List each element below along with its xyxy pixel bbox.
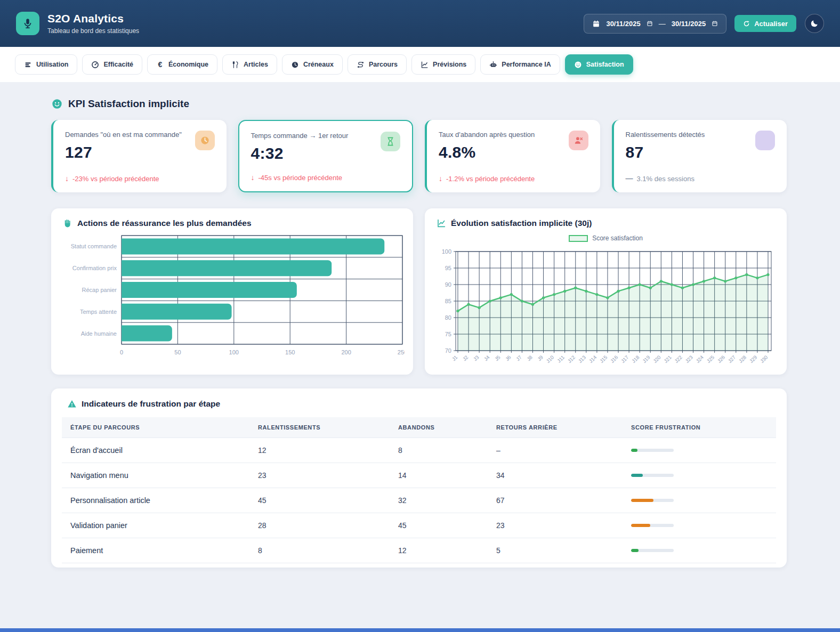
svg-text:J10: J10 (545, 354, 555, 364)
kpi-delta: ↓-45s vs période précédente (251, 173, 343, 182)
svg-text:75: 75 (445, 331, 451, 337)
bottom-edge-strip (0, 628, 840, 632)
clock-icon (195, 131, 215, 150)
refresh-label: Actualiser (754, 20, 788, 28)
table-row: Navigation menu 23 14 34 (62, 463, 776, 488)
gauge-icon (91, 61, 99, 69)
abandon-cell: 32 (390, 488, 488, 513)
step-cell: Navigation menu (62, 463, 249, 488)
svg-text:J3: J3 (472, 354, 480, 362)
date-range-picker[interactable]: 30/11/2025 — 30/11/2025 (584, 14, 726, 34)
app-subtitle: Tableau de bord des statistiques (47, 27, 139, 35)
tab-performance-ia[interactable]: Performance IA (480, 54, 560, 75)
svg-text:J29: J29 (748, 354, 758, 364)
svg-text:J6: J6 (504, 354, 512, 362)
abandon-cell: 8 (390, 438, 488, 463)
date-from-input[interactable]: 30/11/2025 (606, 20, 640, 28)
col-etape: ÉTAPE DU PARCOURS (62, 417, 249, 438)
warning-icon (67, 399, 77, 409)
chart-title: Actions de réassurance les plus demandée… (77, 218, 252, 228)
abandon-cell: 12 (390, 538, 488, 563)
chart-line-icon (421, 61, 429, 69)
col-score: SCORE FRUSTRATION (623, 417, 776, 438)
section-header: KPI Satisfaction implicite (51, 98, 787, 110)
svg-text:J9: J9 (536, 354, 544, 362)
smiley-icon (574, 61, 582, 69)
svg-text:Aide humaine: Aide humaine (81, 330, 117, 337)
utensils-icon (231, 61, 239, 69)
abandon-cell: 14 (390, 463, 488, 488)
hourglass-icon (385, 136, 395, 147)
kpi-card-taux-abandon[interactable]: Taux d'abandon après question 4.8% ↓-1.2… (425, 120, 600, 192)
hand-icon (63, 218, 72, 228)
calendar-icon (592, 20, 600, 28)
svg-text:J26: J26 (716, 354, 726, 364)
kpi-delta-text: 3.1% des sessions (637, 175, 694, 183)
tab-economique[interactable]: €Économique (147, 54, 217, 75)
svg-text:90: 90 (445, 281, 451, 288)
svg-text:J18: J18 (631, 354, 641, 364)
tab-label: Articles (244, 61, 268, 68)
blank-icon (755, 131, 775, 150)
kpi-card-ralentissements[interactable]: Ralentissements détectés 87 —3.1% des se… (612, 120, 787, 192)
calendar-small-icon[interactable] (712, 20, 718, 27)
svg-text:J22: J22 (673, 354, 683, 364)
tab-articles[interactable]: Articles (222, 54, 277, 75)
reassurance-bar-chart: 050100150200250Statut commandeConfirmati… (60, 233, 405, 366)
step-cell: Écran d'accueil (62, 438, 249, 463)
table-title: Indicateurs de frustration par étape (82, 399, 220, 409)
calendar-small-icon[interactable] (647, 20, 653, 27)
arrow-down-icon: ↓ (439, 174, 442, 183)
svg-text:100: 100 (442, 248, 451, 255)
chart-title: Évolution satisfaction implicite (30j) (451, 218, 592, 228)
dark-mode-toggle[interactable] (805, 14, 824, 33)
kpi-card-demandes-commande[interactable]: Demandes "où en est ma commande" 127 ↓-2… (51, 120, 227, 192)
back-cell: 67 (488, 488, 623, 513)
tab-previsions[interactable]: Prévisions (411, 54, 475, 75)
slow-cell: 28 (249, 513, 390, 538)
svg-text:J23: J23 (684, 354, 694, 364)
score-frustration-bar (631, 474, 674, 477)
svg-text:50: 50 (174, 349, 181, 355)
svg-text:J11: J11 (556, 354, 566, 364)
svg-text:J27: J27 (727, 354, 737, 364)
svg-text:J30: J30 (759, 354, 769, 364)
svg-text:J25: J25 (705, 354, 715, 364)
slow-cell: 45 (249, 488, 390, 513)
score-cell (623, 513, 776, 538)
table-row: Paiement 8 12 5 (62, 538, 776, 563)
charts-row: Actions de réassurance les plus demandée… (51, 208, 787, 375)
svg-text:J8: J8 (526, 354, 534, 362)
tab-label: Satisfaction (586, 61, 624, 68)
svg-text:Statut commande: Statut commande (71, 243, 117, 249)
svg-text:70: 70 (445, 347, 451, 354)
col-ralentissements: RALENTISSEMENTS (249, 417, 390, 438)
tab-label: Prévisions (433, 61, 466, 68)
tab-satisfaction[interactable]: Satisfaction (565, 54, 633, 75)
tab-bar: Utilisation Efficacité €Économique Artic… (0, 47, 840, 82)
kpi-value: 87 (626, 143, 776, 161)
score-cell (623, 488, 776, 513)
refresh-button[interactable]: Actualiser (734, 15, 796, 32)
bar-chart-icon (24, 61, 32, 69)
euro-icon: € (156, 61, 164, 69)
panel-header: Indicateurs de frustration par étape (62, 399, 776, 409)
tab-label: Efficacité (103, 61, 133, 68)
tab-utilisation[interactable]: Utilisation (15, 54, 77, 75)
panel-header: Évolution satisfaction implicite (30j) (433, 218, 778, 228)
chart-line-icon (437, 218, 446, 228)
svg-text:200: 200 (341, 349, 351, 355)
app-logo (16, 12, 39, 35)
back-cell: – (488, 438, 623, 463)
kpi-card-temps-retour[interactable]: Temps commande → 1er retour 4:32 ↓-45s v… (238, 120, 414, 192)
date-to-input[interactable]: 30/11/2025 (672, 20, 706, 28)
col-retours: RETOURS ARRIÈRE (488, 417, 623, 438)
user-x-icon (569, 131, 588, 150)
svg-text:J19: J19 (641, 354, 651, 364)
svg-text:Temps attente: Temps attente (80, 309, 117, 315)
tab-parcours[interactable]: Parcours (348, 54, 407, 75)
tab-creneaux[interactable]: Créneaux (282, 54, 343, 75)
tab-efficacite[interactable]: Efficacité (82, 54, 142, 75)
table-header-row: ÉTAPE DU PARCOURS RALENTISSEMENTS ABANDO… (62, 417, 776, 438)
date-separator: — (659, 20, 666, 28)
